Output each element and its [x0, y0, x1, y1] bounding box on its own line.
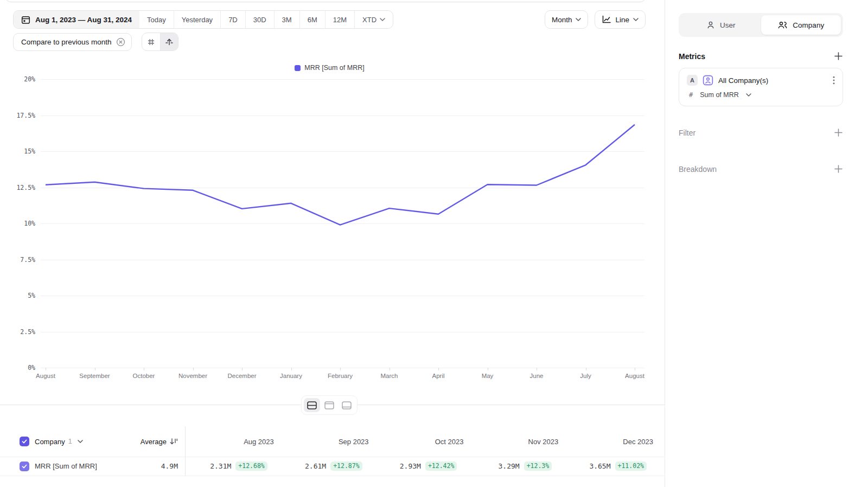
granularity-label: Month [552, 16, 572, 24]
filter-title: Filter [679, 129, 695, 137]
tab-company[interactable]: Company [761, 15, 841, 35]
line-chart[interactable]: 20%17.5%15%12.5%10%7.5%5%2.5%0%AugustSep… [41, 79, 644, 368]
preset-button-3m[interactable]: 3M [274, 11, 299, 28]
month-value: 2.31M [210, 462, 231, 470]
chevron-down-icon [380, 18, 385, 21]
preset-button-today[interactable]: Today [139, 11, 174, 28]
month-column-header[interactable]: Oct 2023 [375, 426, 470, 457]
xtd-label: XTD [362, 16, 376, 24]
entity-count: 1 [68, 438, 72, 445]
check-icon [21, 438, 28, 445]
metric-name: All Company(s) [718, 76, 768, 85]
delta-badge: +11.02% [615, 462, 647, 471]
preset-button-12m[interactable]: 12M [325, 11, 354, 28]
x-axis-tick [193, 368, 194, 370]
chart-type-dropdown[interactable]: Line [595, 10, 646, 29]
chart-controls: Month Line [545, 10, 646, 29]
aggregation-label: Sum of MRR [700, 91, 739, 99]
x-axis-label: August [625, 373, 644, 379]
gridlines-toggle[interactable] [142, 33, 160, 50]
month-column-header[interactable]: Nov 2023 [470, 426, 565, 457]
y-axis-label: 5% [3, 292, 35, 299]
preset-button-yesterday[interactable]: Yesterday [174, 11, 220, 28]
layout-table-toggle[interactable] [339, 398, 355, 412]
remove-compare-icon[interactable] [116, 37, 125, 47]
layout-split-icon [307, 401, 317, 409]
entity-column-label[interactable]: Company [35, 438, 65, 446]
preset-button-7d[interactable]: 7D [220, 11, 245, 28]
delta-badge: +12.87% [330, 462, 362, 471]
row-checkbox[interactable] [20, 462, 29, 471]
month-cell: 2.93M+12.42% [375, 457, 470, 476]
config-sidebar: User Company Metrics A [665, 0, 868, 487]
x-axis-label: December [227, 373, 256, 379]
x-axis-label: November [178, 373, 207, 379]
gridline [41, 368, 644, 368]
delta-badge: +12.42% [425, 462, 457, 471]
x-axis-label: October [133, 373, 155, 379]
x-axis-label: September [79, 373, 110, 379]
add-breakdown-icon[interactable] [834, 164, 843, 174]
layout-table-icon [342, 401, 352, 409]
breakdown-title: Breakdown [679, 165, 717, 174]
tab-user[interactable]: User [681, 15, 761, 35]
compare-chip[interactable]: Compare to previous month [13, 33, 132, 51]
month-headers: Aug 2023Sep 2023Oct 2023Nov 2023Dec 2023 [186, 426, 660, 457]
layout-chart-toggle[interactable] [321, 398, 337, 412]
select-all-checkbox[interactable] [20, 437, 29, 446]
month-values: 2.31M+12.68%2.61M+12.87%2.93M+12.42%3.29… [186, 457, 660, 476]
x-axis-tick [438, 368, 439, 370]
chevron-down-icon [576, 18, 581, 21]
previous-card-edge [5, 0, 646, 2]
add-filter-icon[interactable] [834, 128, 843, 137]
average-value: 4.9M [161, 462, 178, 470]
aggregation-selector[interactable]: # Sum of MRR [687, 91, 835, 99]
metric-options-kebab-icon[interactable] [833, 76, 835, 85]
month-column-header[interactable]: Aug 2023 [186, 426, 280, 457]
y-axis-label: 0% [3, 364, 35, 371]
month-value: 3.65M [589, 462, 610, 470]
month-column-header[interactable]: Dec 2023 [565, 426, 660, 457]
sort-icon[interactable] [170, 438, 178, 445]
date-range-button[interactable]: Aug 1, 2023 — Aug 31, 2024 [14, 11, 139, 28]
chevron-down-icon [746, 93, 751, 97]
x-axis-tick [291, 368, 292, 370]
x-axis-tick [635, 368, 635, 370]
x-axis-label: March [381, 373, 398, 379]
entity-tabs: User Company [679, 13, 843, 37]
preset-button-6m[interactable]: 6M [299, 11, 325, 28]
month-value: 2.93M [400, 462, 421, 470]
x-axis-tick [340, 368, 341, 370]
layout-split-toggle[interactable] [304, 398, 320, 412]
granularity-dropdown[interactable]: Month [545, 10, 589, 29]
metric-card[interactable]: A All Company(s) # Sum of MRR [679, 68, 843, 106]
month-column-header[interactable]: Sep 2023 [280, 426, 375, 457]
tab-user-label: User [720, 21, 736, 29]
month-value: 2.61M [305, 462, 326, 470]
x-axis-tick [46, 368, 46, 370]
table-row[interactable]: MRR [Sum of MRR] 4.9M 2.31M+12.68%2.61M+… [0, 457, 665, 476]
annotations-toggle[interactable] [160, 33, 178, 50]
preset-button-30d[interactable]: 30D [245, 11, 274, 28]
metrics-title: Metrics [679, 52, 705, 61]
table-bottom-border [0, 476, 665, 476]
chevron-down-icon [633, 18, 639, 21]
add-metric-icon[interactable] [834, 52, 843, 61]
x-axis-tick [144, 368, 144, 370]
average-column-label[interactable]: Average [141, 438, 167, 446]
chart-option-toggles [142, 33, 178, 51]
preset-xtd-button[interactable]: XTD [354, 11, 393, 28]
report-panel: Aug 1, 2023 — Aug 31, 2024 TodayYesterda… [0, 0, 665, 487]
layout-chart-icon [324, 401, 334, 409]
toolbar: Aug 1, 2023 — Aug 31, 2024 TodayYesterda… [13, 10, 646, 29]
month-cell: 3.65M+11.02% [565, 457, 660, 476]
x-axis-label: May [482, 373, 494, 379]
x-axis-label: January [280, 373, 302, 379]
chevron-down-icon[interactable] [78, 440, 83, 443]
delta-badge: +12.68% [235, 462, 267, 471]
company-square-icon [703, 75, 713, 86]
breakdown-section-header: Breakdown [679, 164, 843, 174]
month-cell: 2.61M+12.87% [280, 457, 375, 476]
month-value: 3.29M [499, 462, 520, 470]
y-axis-label: 10% [3, 220, 35, 227]
